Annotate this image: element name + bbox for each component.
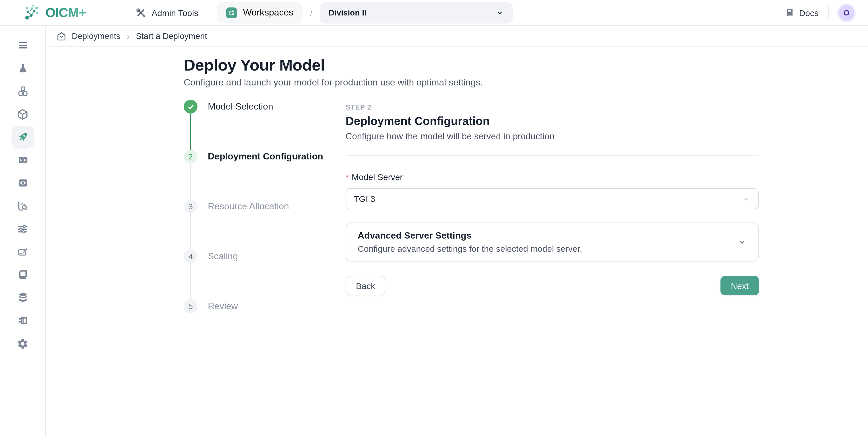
sliders-icon [17,223,29,235]
page-subtitle: Configure and launch your model for prod… [184,77,868,88]
model-server-select[interactable]: TGI 3 [346,188,759,209]
back-button[interactable]: Back [346,276,385,295]
workspace-selector-value: Division II [329,8,367,17]
tools-icon [135,7,146,18]
breadcrumb: Deployments › Start a Deployment [46,26,868,47]
step-number-badge: 5 [184,299,197,313]
step-panel-title: Deployment Configuration [346,115,759,128]
step-label: Model Selection [208,102,273,112]
package-icon [17,108,29,120]
next-button[interactable]: Next [720,276,759,295]
breadcrumb-item-deployments[interactable]: Deployments [72,32,120,41]
gpu-icon [17,315,28,326]
svg-text:A: A [19,158,22,162]
sidebar-item-settings[interactable] [11,332,34,355]
advanced-settings-title: Advanced Server Settings [358,231,582,241]
model-server-value: TGI 3 [353,194,375,204]
step-deployment-configuration[interactable]: 2 Deployment Configuration [184,150,346,163]
menu-icon [17,40,28,51]
breadcrumb-separator: › [127,31,129,41]
ab-test-icon: A B [17,154,28,166]
step-number-badge: 4 [184,249,197,263]
step-label: Resource Allocation [208,201,289,212]
sidebar-item-deployments[interactable] [11,126,34,148]
step-connector [190,163,191,200]
logo-dots-icon [23,3,41,22]
sidebar-item-experiments[interactable] [11,57,34,80]
workspaces-button[interactable]: Workspaces [217,2,303,23]
sidebar-item-packages[interactable] [11,103,34,126]
step-connector [190,213,191,249]
sidebar: A B [0,26,46,437]
workspaces-icon [226,7,237,18]
workspace-selector[interactable]: Division II [320,2,513,23]
user-avatar[interactable]: O [839,5,854,20]
step-label: Deployment Configuration [208,152,323,162]
rocket-icon [17,131,29,143]
sidebar-item-hardware[interactable] [11,309,34,332]
step-complete-check-icon [184,100,197,113]
app-window: OICM+ Admin Tools Workspa [0,0,868,437]
step-panel-subtitle: Configure how the model will be served i… [346,131,759,142]
panel-divider [346,156,759,156]
topbar-right: Docs O [784,5,854,20]
advanced-settings-description: Configure advanced settings for the sele… [358,244,582,254]
step-number-badge: 2 [184,150,197,163]
chevron-down-icon [742,194,751,203]
logo-text: OICM+ [45,5,86,20]
sidebar-item-ab-testing[interactable]: A B [11,148,34,171]
sidebar-item-code[interactable] [11,171,34,194]
admin-tools-button[interactable]: Admin Tools [135,7,198,18]
step-panel: STEP 2 Deployment Configuration Configur… [346,100,759,313]
step-review: 5 Review [184,299,346,313]
sidebar-item-tuning[interactable] [11,217,34,240]
step-connector [190,263,191,299]
advanced-settings-text: Advanced Server Settings Configure advan… [358,231,582,254]
workspaces-label: Workspaces [243,7,293,18]
book-icon [784,7,795,18]
admin-tools-label: Admin Tools [152,8,198,18]
docs-label: Docs [799,8,818,18]
step-eyebrow: STEP 2 [346,103,759,111]
cubes-icon [17,86,28,97]
docs-button[interactable]: Docs [784,7,818,18]
sidebar-menu-toggle[interactable] [11,34,34,57]
sidebar-item-notebooks[interactable] [11,263,34,286]
model-server-label: *Model Server [346,172,759,182]
step-connector [190,113,191,150]
step-number-badge: 3 [184,200,197,213]
page-title: Deploy Your Model [184,56,868,74]
step-resource-allocation: 3 Resource Allocation [184,200,346,213]
advanced-settings-expander[interactable]: Advanced Server Settings Configure advan… [346,223,759,262]
breadcrumb-item-current: Start a Deployment [136,32,207,41]
step-label: Scaling [208,251,238,262]
wizard-actions: Back Next [346,276,759,295]
home-icon[interactable] [56,31,67,41]
database-icon [17,292,28,303]
svg-text:B: B [24,158,26,162]
edit-icon [17,246,29,258]
flask-icon [17,63,28,74]
sidebar-item-model-registry[interactable] [11,80,34,103]
step-model-selection[interactable]: Model Selection [184,100,346,113]
sidebar-item-annotations[interactable] [11,240,34,263]
topbar-divider [828,6,829,20]
notebook-icon [17,269,28,280]
step-label: Review [208,301,238,311]
top-bar: OICM+ Admin Tools Workspa [0,0,868,26]
gear-icon [17,337,29,349]
wizard-stepper: Model Selection 2 Deployment Configurati… [184,100,346,313]
app-logo: OICM+ [23,3,86,22]
code-icon [17,177,28,189]
sidebar-item-datasets[interactable] [11,286,34,309]
path-separator: / [310,8,312,18]
step-scaling: 4 Scaling [184,249,346,263]
chart-search-icon [17,200,29,212]
required-marker: * [346,173,349,182]
chevron-down-icon [496,8,504,17]
chevron-down-icon [737,237,747,247]
sidebar-item-monitoring[interactable] [11,194,34,217]
